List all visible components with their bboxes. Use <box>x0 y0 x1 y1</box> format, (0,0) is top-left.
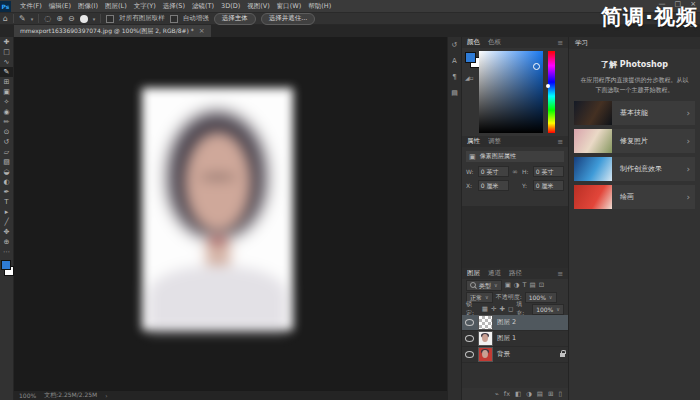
marquee-tool[interactable]: □ <box>0 47 13 57</box>
menu-image[interactable]: 图像(I) <box>78 2 98 11</box>
brush-size-preview[interactable] <box>80 15 88 23</box>
new-layer-icon[interactable]: ⊞ <box>548 390 553 398</box>
edit-toolbar-icon[interactable]: ⋯ <box>0 247 13 257</box>
pen-tool[interactable]: ✒ <box>0 187 13 197</box>
tab-color[interactable]: 颜色 <box>467 38 480 47</box>
visibility-eye-icon[interactable] <box>465 319 474 326</box>
sample-all-layers-checkbox[interactable] <box>106 15 114 23</box>
filter-pixel-layers-icon[interactable]: ▣ <box>505 282 511 289</box>
libraries-panel-icon[interactable]: ▤ <box>451 90 458 97</box>
hue-slider-marker[interactable] <box>546 84 550 88</box>
tool-preset-caret-icon[interactable]: ▾ <box>31 16 34 22</box>
menu-3d[interactable]: 3D(D) <box>221 2 240 10</box>
move-tool[interactable]: ✚ <box>0 37 13 47</box>
tab-adjustments[interactable]: 调整 <box>488 137 501 146</box>
auto-enhance-checkbox[interactable] <box>170 15 178 23</box>
foreground-color-swatch[interactable] <box>1 260 11 270</box>
filter-adjustment-layers-icon[interactable]: ◑ <box>514 282 520 289</box>
learn-card-basic-skills[interactable]: 基本技能 › <box>574 101 695 125</box>
layer-name[interactable]: 图层 2 <box>497 318 516 327</box>
tab-properties[interactable]: 属性 <box>467 137 480 146</box>
menu-layer[interactable]: 图层(L) <box>105 2 127 11</box>
zoom-level[interactable]: 100% <box>19 392 36 399</box>
fill-field[interactable]: 100% ∨ <box>532 304 564 315</box>
adjustment-layer-icon[interactable]: ◑ <box>526 390 532 398</box>
visibility-eye-icon[interactable] <box>465 335 474 342</box>
menu-view[interactable]: 视图(V) <box>247 2 270 11</box>
gradient-tool[interactable]: ▨ <box>0 157 13 167</box>
type-tool[interactable]: T <box>0 197 13 207</box>
x-field[interactable]: 0 厘米 <box>478 180 509 191</box>
menu-window[interactable]: 窗口(W) <box>277 2 302 11</box>
layer-name[interactable]: 背景 <box>497 350 510 359</box>
menu-filter[interactable]: 滤镜(T) <box>192 2 214 11</box>
path-selection-tool[interactable]: ▸ <box>0 207 13 217</box>
canvas-area[interactable] <box>13 37 447 390</box>
add-to-selection-icon[interactable]: ⊕ <box>56 15 63 23</box>
new-group-icon[interactable]: ▤ <box>537 390 543 398</box>
panel-menu-icon[interactable]: ≡ <box>557 39 563 47</box>
panel-menu-icon[interactable]: ≡ <box>557 270 563 278</box>
document-tab[interactable]: mmexport1633690397074.jpg @ 100%(图层 2, R… <box>14 25 211 37</box>
home-icon[interactable]: ⌂ <box>3 15 8 23</box>
hand-tool[interactable]: ✥ <box>0 227 13 237</box>
layer-row-layer-2[interactable]: 图层 2 <box>462 315 568 331</box>
color-picker-marker[interactable] <box>533 63 540 70</box>
lock-pixels-icon[interactable]: ✛ <box>491 306 496 313</box>
layer-row-layer-1[interactable]: 图层 1 <box>462 331 568 347</box>
new-selection-icon[interactable]: ◌ <box>44 15 51 23</box>
subtract-from-selection-icon[interactable]: ⊖ <box>68 15 75 23</box>
document-image-blurred-portrait[interactable] <box>142 88 293 330</box>
history-panel-icon[interactable]: ↺ <box>452 42 458 49</box>
height-field[interactable]: 0 英寸 <box>533 166 564 177</box>
frame-tool[interactable]: ▣ <box>0 87 13 97</box>
healing-brush-tool[interactable]: ◉ <box>0 107 13 117</box>
menu-type[interactable]: 文字(Y) <box>134 2 156 11</box>
layer-thumbnail-portrait[interactable] <box>478 331 493 346</box>
menu-edit[interactable]: 编辑(E) <box>49 2 71 11</box>
zoom-tool[interactable]: ⊕ <box>0 237 13 247</box>
learn-card-painting[interactable]: 绘画 › <box>574 185 695 209</box>
shape-tool[interactable]: ╱ <box>0 217 13 227</box>
lock-position-icon[interactable]: ✚ <box>499 306 504 313</box>
learn-card-fix-photos[interactable]: 修复照片 › <box>574 129 695 153</box>
menu-file[interactable]: 文件(F) <box>20 2 42 11</box>
menu-select[interactable]: 选择(S) <box>163 2 185 11</box>
select-subject-button[interactable]: 选择主体 <box>214 13 256 25</box>
visibility-eye-icon[interactable] <box>465 351 474 358</box>
crop-tool[interactable]: ⊞ <box>0 77 13 87</box>
lock-transparent-icon[interactable]: ▦ <box>482 306 488 313</box>
link-dimensions-icon[interactable]: ∞ <box>512 168 519 176</box>
lasso-tool[interactable]: ∿ <box>0 57 13 67</box>
hue-slider[interactable] <box>548 51 555 133</box>
tab-channels[interactable]: 通道 <box>488 269 501 278</box>
opacity-field[interactable]: 100% ∨ <box>525 292 557 303</box>
default-colors-icon[interactable]: ◢▫ <box>465 74 474 81</box>
layer-filter-dropdown[interactable]: 类型 ∨ <box>466 280 502 291</box>
filter-type-layers-icon[interactable]: T <box>523 282 527 289</box>
clone-stamp-tool[interactable]: ⊙ <box>0 127 13 137</box>
learn-card-creative-effects[interactable]: 制作创意效果 › <box>574 157 695 181</box>
character-panel-icon[interactable]: A <box>452 58 457 65</box>
paragraph-panel-icon[interactable]: ¶ <box>452 74 456 81</box>
layer-row-background[interactable]: 背景 <box>462 347 568 363</box>
brush-tool[interactable]: ✏ <box>0 117 13 127</box>
history-brush-tool[interactable]: ↺ <box>0 137 13 147</box>
eyedropper-tool[interactable]: ✧ <box>0 97 13 107</box>
layer-name[interactable]: 图层 1 <box>497 334 516 343</box>
delete-layer-icon[interactable]: ▯ <box>558 390 562 398</box>
foreground-color-swatch[interactable] <box>465 52 476 63</box>
tab-swatches[interactable]: 色板 <box>488 38 501 47</box>
filter-smart-objects-icon[interactable]: ⊡ <box>539 282 544 289</box>
eraser-tool[interactable]: ▱ <box>0 147 13 157</box>
tab-paths[interactable]: 路径 <box>509 269 522 278</box>
layer-style-fx-icon[interactable]: fx <box>504 390 510 398</box>
saturation-brightness-field[interactable] <box>479 51 543 133</box>
add-mask-icon[interactable]: ◧ <box>515 390 521 398</box>
select-and-mask-button[interactable]: 选择并遮住... <box>261 13 316 25</box>
tab-learn[interactable]: 学习 <box>575 39 588 48</box>
width-field[interactable]: 0 英寸 <box>478 166 509 177</box>
filter-group-layers-icon[interactable]: ▤ <box>529 282 535 289</box>
menu-help[interactable]: 帮助(H) <box>308 2 331 11</box>
quick-selection-tool[interactable]: ✎ <box>0 67 13 77</box>
